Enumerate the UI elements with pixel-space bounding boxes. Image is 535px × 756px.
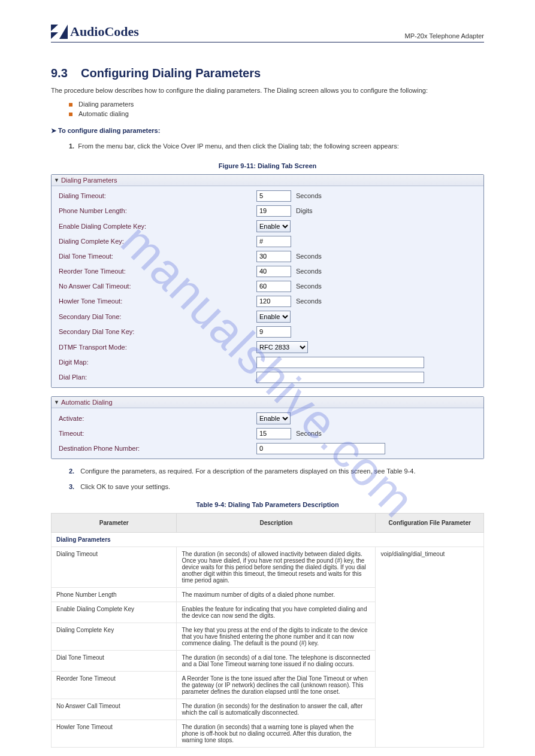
field-label: Secondary Dial Tone Key: (59, 328, 256, 335)
bullet-icon (69, 103, 72, 107)
field-control (256, 372, 424, 383)
field-control: Seconds (256, 281, 322, 292)
no_answer_call_timeout-input[interactable] (256, 281, 291, 292)
panel-header[interactable]: ▼ Automatic Dialing (52, 397, 483, 408)
phone_number_length-input[interactable] (256, 205, 291, 217)
field-unit: Seconds (296, 297, 322, 305)
field-label: Howler Tone Timeout: (59, 297, 256, 305)
field-control: Enable (256, 412, 291, 424)
form-row: Timeout:Seconds (52, 426, 483, 441)
activate-select[interactable]: Enable (256, 412, 291, 424)
field-unit: Seconds (296, 192, 322, 199)
nav-step: 1. From the menu bar, click the Voice Ov… (51, 141, 484, 151)
dtmf_transport_mode-select[interactable]: RFC 2833 (256, 341, 308, 353)
col-description: Description (177, 513, 376, 532)
bullet-list: Dialing parameters Automatic dialing (51, 101, 484, 117)
cell-description: The key that you press at the end of the… (177, 623, 376, 650)
howler_tone_timeout-input[interactable] (256, 296, 291, 307)
dial_plan-input[interactable] (256, 372, 424, 383)
auto_timeout-input[interactable] (256, 428, 291, 439)
collapse-icon: ▼ (54, 177, 59, 183)
field-control: Seconds (256, 190, 322, 202)
step-text: Configure the parameters, as required. F… (80, 467, 415, 475)
col-parameter: Parameter (52, 513, 177, 532)
cell-parameter: Dial Tone Timeout (52, 650, 177, 671)
figure-caption: Figure 9-11: Dialing Tab Screen (51, 162, 484, 169)
form-row: DTMF Transport Mode:RFC 2833 (52, 339, 483, 355)
automatic-dialing-panel: ▼ Automatic Dialing Activate:EnableTimeo… (51, 396, 484, 459)
field-control: RFC 2833 (256, 341, 308, 353)
bullet-text: Automatic dialing (78, 110, 129, 117)
form-row: Digit Map: (52, 355, 483, 370)
dialing_complete_key-input[interactable] (256, 236, 291, 247)
panel-body: Activate:EnableTimeout:SecondsDestinatio… (52, 408, 483, 459)
logo-text: AudioCodes (70, 24, 139, 40)
digit_map-input[interactable] (256, 357, 424, 368)
cell-parameter: Reorder Tone Timeout (52, 671, 177, 699)
field-control (256, 443, 385, 454)
secondary_dial_tone_key-input[interactable] (256, 326, 291, 338)
intro-text: The procedure below describes how to con… (51, 86, 484, 96)
cell-parameter: No Answer Call Timeout (52, 699, 177, 719)
field-label: No Answer Call Timeout: (59, 283, 256, 290)
cell-description: The duration (in seconds) for the destin… (177, 699, 376, 719)
field-unit: Digits (296, 207, 313, 214)
bullet-item: Dialing parameters (69, 101, 484, 108)
field-label: Activate: (59, 415, 256, 422)
table-header-row: Parameter Description Configuration File… (52, 513, 484, 532)
step-3: 3. Click OK to save your settings. (51, 483, 484, 490)
dial_tone_timeout-input[interactable] (256, 251, 291, 262)
field-label: Destination Phone Number: (59, 445, 256, 452)
form-row: Reorder Tone Timeout:Seconds (52, 264, 483, 279)
section-title: Configuring Dialing Parameters (81, 66, 261, 80)
section-heading: 9.3 Configuring Dialing Parameters (51, 66, 484, 80)
cell-description: The duration (in seconds) that a warning… (177, 719, 376, 747)
cell-parameter: Howler Tone Timeout (52, 719, 177, 747)
field-control (256, 326, 291, 338)
form-row: Secondary Dial Tone Key: (52, 324, 483, 339)
form-row: No Answer Call Timeout:Seconds (52, 279, 483, 294)
field-label: Timeout: (59, 430, 256, 437)
field-control: Seconds (256, 266, 322, 277)
cell-parameter: Dialing Complete Key (52, 623, 177, 650)
secondary_dial_tone-select[interactable]: Enable (256, 311, 291, 323)
bullet-item: Automatic dialing (69, 110, 484, 117)
panel-header[interactable]: ▼ Dialing Parameters (52, 175, 483, 186)
audiocodes-logo-icon (51, 25, 68, 39)
table-caption: Table 9-4: Dialing Tab Parameters Descri… (51, 501, 484, 508)
form-row: Dialing Timeout:Seconds (52, 189, 483, 204)
dialing_timeout-input[interactable] (256, 190, 291, 202)
bullet-icon (69, 113, 72, 116)
field-label: Digit Map: (59, 359, 256, 366)
howto-lead: ➤ To configure dialing parameters: (51, 126, 484, 136)
table-section-row: Dialing Parameters (52, 532, 484, 546)
field-label: Dial Tone Timeout: (59, 253, 256, 260)
dialing-parameters-panel: ▼ Dialing Parameters Dialing Timeout:Sec… (51, 174, 484, 388)
panel-body: Dialing Timeout:SecondsPhone Number Leng… (52, 186, 483, 387)
dest_phone-input[interactable] (256, 443, 385, 454)
form-row: Secondary Dial Tone:Enable (52, 309, 483, 324)
logo: AudioCodes (51, 24, 139, 40)
field-control (256, 236, 291, 247)
step-text: Click OK to save your settings. (80, 483, 170, 490)
field-control: Enable (256, 311, 291, 323)
cell-config: voip/dialing/dial_timeout (376, 546, 484, 747)
field-unit: Seconds (296, 430, 322, 437)
collapse-icon: ▼ (54, 399, 59, 405)
page-header: AudioCodes MP-20x Telephone Adapter (51, 24, 484, 42)
table-section-head: Dialing Parameters (52, 532, 484, 546)
step-number: 1. (69, 142, 74, 150)
field-label: Phone Number Length: (59, 207, 256, 214)
form-row: Dial Plan: (52, 370, 483, 385)
step-number: 2. (69, 467, 74, 475)
enable_dialing_complete_key-select[interactable]: Enable (256, 220, 291, 232)
field-control: Digits (256, 205, 313, 217)
field-label: Dial Plan: (59, 374, 256, 381)
field-control: Enable (256, 220, 291, 232)
cell-parameter: Enable Dialing Complete Key (52, 602, 177, 623)
field-label: DTMF Transport Mode: (59, 344, 256, 351)
field-label: Enable Dialing Complete Key: (59, 223, 256, 230)
form-row: Howler Tone Timeout:Seconds (52, 294, 483, 309)
reorder_tone_timeout-input[interactable] (256, 266, 291, 277)
bullet-text: Dialing parameters (78, 101, 134, 108)
